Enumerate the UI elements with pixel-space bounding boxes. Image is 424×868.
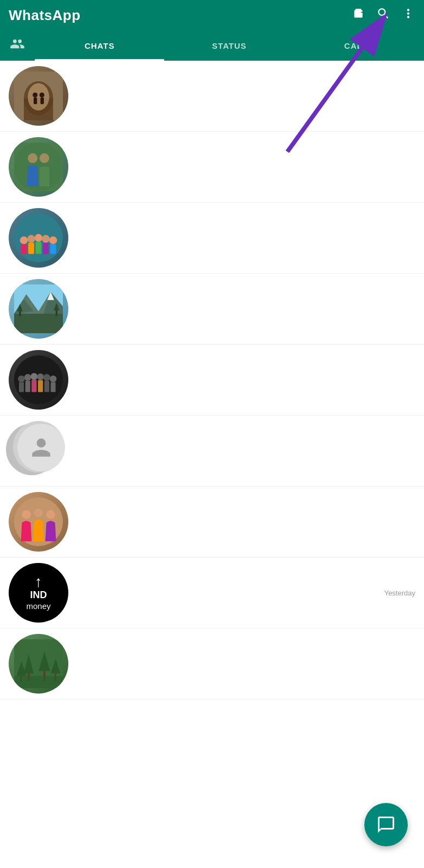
avatar-9 [9, 634, 68, 694]
svg-rect-7 [34, 98, 37, 105]
avatar-ind-money: ↑ IND money [9, 563, 68, 623]
chat-list: ↑ IND money Yesterday [0, 61, 424, 699]
avatar-2 [9, 137, 68, 197]
app-header: WhatsApp [0, 0, 424, 30]
svg-point-16 [20, 236, 28, 244]
svg-rect-39 [19, 383, 24, 392]
avatar-3 [9, 208, 68, 268]
community-tab[interactable] [0, 36, 35, 55]
svg-rect-69 [14, 676, 63, 689]
svg-point-56 [22, 510, 30, 519]
svg-point-57 [34, 509, 43, 517]
svg-point-42 [31, 373, 38, 380]
avatar-4 [9, 279, 68, 339]
fab-icon [376, 815, 396, 834]
chat-item-3[interactable] [0, 203, 424, 274]
svg-point-8 [40, 93, 44, 98]
chat-time-8: Yesterday [384, 589, 415, 597]
avatar-1 [9, 66, 68, 126]
chat-item-4[interactable] [0, 274, 424, 345]
tab-calls[interactable]: CALLS [294, 30, 424, 61]
svg-rect-14 [14, 142, 63, 191]
tab-chats[interactable]: CHATS [35, 30, 164, 61]
tab-status-label: STATUS [212, 41, 247, 50]
svg-point-40 [24, 374, 31, 381]
svg-point-38 [18, 375, 25, 383]
svg-rect-51 [38, 380, 43, 392]
svg-rect-23 [43, 243, 49, 254]
header-icons [351, 7, 415, 24]
svg-rect-49 [51, 383, 56, 392]
chat-item-1[interactable] [0, 61, 424, 132]
chat-item-9[interactable] [0, 629, 424, 699]
svg-point-48 [50, 375, 57, 383]
svg-rect-50 [31, 380, 36, 392]
tab-status[interactable]: STATUS [164, 30, 294, 61]
svg-point-24 [49, 236, 57, 244]
avatar-6 [9, 421, 68, 481]
svg-rect-25 [50, 244, 56, 254]
svg-rect-17 [21, 244, 27, 254]
svg-point-5 [28, 83, 49, 111]
svg-point-18 [27, 235, 35, 243]
community-icon [10, 36, 25, 55]
ind-money-subtext: money [26, 601, 50, 611]
avatar-5 [9, 350, 68, 410]
tab-chats-label: CHATS [85, 41, 115, 50]
svg-rect-21 [36, 242, 42, 254]
svg-rect-41 [25, 381, 30, 392]
new-chat-fab[interactable] [364, 803, 408, 846]
svg-rect-9 [41, 98, 44, 105]
chat-item-2[interactable] [0, 132, 424, 203]
svg-rect-32 [14, 314, 63, 333]
app-title: WhatsApp [9, 7, 81, 24]
avatar-7 [9, 492, 68, 552]
svg-point-20 [35, 234, 42, 242]
chat-item-6[interactable] [0, 416, 424, 487]
tabs-bar: CHATS STATUS CALLS [0, 30, 424, 61]
svg-point-44 [37, 373, 44, 380]
ind-money-text: IND [30, 590, 47, 601]
svg-point-46 [43, 374, 50, 381]
chat-content-8: Yesterday [77, 589, 415, 597]
more-options-icon[interactable] [401, 7, 415, 24]
svg-point-6 [33, 93, 37, 98]
svg-rect-47 [44, 381, 49, 392]
svg-rect-19 [28, 243, 34, 254]
chat-item-8[interactable]: ↑ IND money Yesterday [0, 558, 424, 629]
svg-point-22 [42, 235, 49, 243]
chat-meta-8: Yesterday [77, 589, 415, 597]
camera-icon[interactable] [351, 7, 365, 24]
svg-point-58 [46, 510, 55, 519]
search-icon[interactable] [376, 7, 390, 24]
chat-item-7[interactable] [0, 487, 424, 558]
tab-calls-label: CALLS [344, 41, 374, 50]
chat-item-5[interactable] [0, 345, 424, 416]
